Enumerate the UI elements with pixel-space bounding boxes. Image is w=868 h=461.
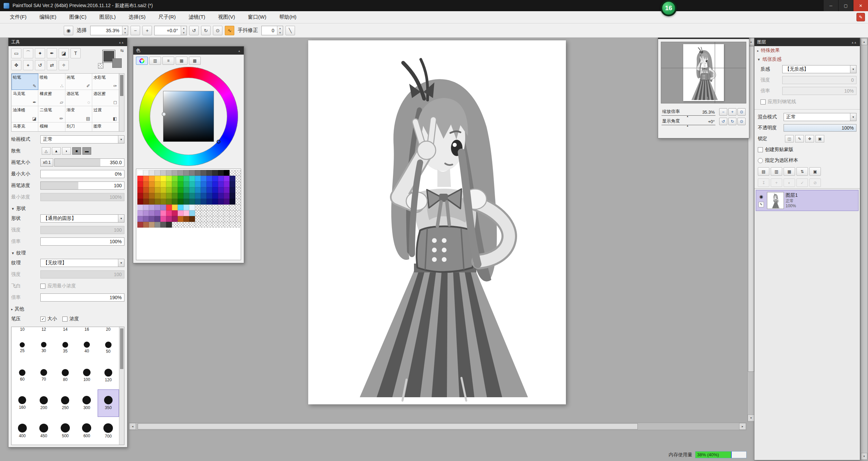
tool-cell[interactable]: 刮刀 ╱ <box>65 122 92 132</box>
line-tool-button[interactable]: ╲ <box>285 26 295 35</box>
color-swatch[interactable] <box>183 187 189 193</box>
tool-cell[interactable]: 过渡 ◧ <box>92 106 119 122</box>
color-swatch[interactable] <box>178 216 183 222</box>
brush-size-cell[interactable]: 40 <box>76 334 97 362</box>
tool-cell[interactable]: 选区笔 ◌ <box>65 90 92 106</box>
color-swatch[interactable] <box>155 170 160 176</box>
color-swatch[interactable] <box>183 181 189 187</box>
color-swatch[interactable] <box>189 181 195 187</box>
layer-mask-button[interactable]: ◐ <box>784 178 795 187</box>
color-swatch[interactable] <box>201 216 206 222</box>
brush-size-cell[interactable]: 25 <box>12 334 33 362</box>
text-tool-icon[interactable]: T <box>71 48 81 58</box>
dropdown-icon[interactable]: ▼ <box>118 136 124 143</box>
dropdown-icon[interactable]: ▼ <box>118 215 124 222</box>
color-swatch[interactable] <box>143 181 149 187</box>
scroll-down-icon[interactable]: ▾ <box>748 415 754 421</box>
opacity-slider[interactable]: 100% <box>784 124 856 132</box>
collapse-icon[interactable]: ▴ <box>122 40 124 44</box>
color-swatch[interactable] <box>235 193 241 199</box>
color-swatch[interactable] <box>235 210 241 216</box>
color-swatch[interactable] <box>224 222 230 228</box>
color-swatch[interactable] <box>206 170 212 176</box>
defocus-shape-button[interactable]: ▬ <box>82 147 91 155</box>
color-swatch[interactable] <box>166 210 172 216</box>
density-field[interactable]: 100 <box>40 181 124 190</box>
color-swatch[interactable] <box>201 181 206 187</box>
color-swatch[interactable] <box>218 176 224 181</box>
color-swatch[interactable] <box>155 199 160 205</box>
spinner-up-icon[interactable]: ▲ <box>277 26 283 31</box>
color-swatch[interactable] <box>143 216 149 222</box>
eye-icon[interactable]: ◉ <box>759 194 763 199</box>
collapse-icon[interactable]: ▴ <box>119 40 122 44</box>
color-swatch[interactable] <box>195 170 201 176</box>
brush-size-cell[interactable]: 80 <box>55 362 76 389</box>
color-swatch[interactable] <box>235 199 241 205</box>
tool-cell[interactable]: 选区擦 ◻ <box>92 90 119 106</box>
color-mixer-mode-button[interactable]: ▩ <box>189 57 201 65</box>
color-swatch[interactable] <box>206 210 212 216</box>
color-swatch[interactable] <box>206 205 212 210</box>
color-swatch[interactable] <box>160 181 166 187</box>
brush-size-cell[interactable]: 600 <box>76 417 97 445</box>
saturation-value-square[interactable] <box>163 91 214 142</box>
color-swatch[interactable] <box>218 170 224 176</box>
color-swatch[interactable] <box>143 170 149 176</box>
color-swatch[interactable] <box>166 170 172 176</box>
paper-texture-section[interactable]: ▼ 纸张质感 <box>754 55 860 64</box>
menu-item[interactable]: 视图(V) <box>212 11 241 23</box>
brush-size-cell[interactable]: 100 <box>76 362 97 389</box>
min-density-field[interactable]: 100% <box>40 193 124 201</box>
brush-size-cell[interactable]: 500 <box>55 417 76 445</box>
color-swatch[interactable] <box>206 222 212 228</box>
layer-row[interactable]: ◉ ✎ 图层1 正常 100% <box>756 190 859 211</box>
reorder-layer-button[interactable]: ⇅ <box>796 167 808 176</box>
texture-ratio-field[interactable]: 190% <box>40 293 124 302</box>
color-swatch[interactable] <box>160 199 166 205</box>
hue-marker[interactable] <box>217 140 220 143</box>
color-swatch[interactable] <box>143 176 149 181</box>
color-swatch[interactable] <box>155 222 160 228</box>
color-swatch[interactable] <box>230 216 235 222</box>
color-swatch[interactable] <box>137 205 143 210</box>
color-swatch[interactable] <box>195 193 201 199</box>
add-mask-button[interactable]: + <box>771 178 782 187</box>
color-swatch[interactable] <box>149 193 155 199</box>
color-swatch[interactable] <box>201 187 206 193</box>
brush-size-cell[interactable]: 50 <box>98 334 119 362</box>
color-swatch[interactable] <box>160 176 166 181</box>
tool-cell[interactable]: 画笔 ✐ <box>65 74 92 90</box>
color-swatch[interactable] <box>178 193 183 199</box>
rect-select-icon[interactable]: ▭ <box>11 48 21 58</box>
color-swatch[interactable] <box>201 193 206 199</box>
apply-min-density-checkbox[interactable] <box>40 284 45 289</box>
menu-item[interactable]: 滤镜(T) <box>182 11 212 23</box>
sv-marker[interactable] <box>162 112 166 116</box>
color-swatch[interactable] <box>195 181 201 187</box>
scroll-right-icon[interactable]: ▸ <box>739 423 746 430</box>
brush-size-cell[interactable]: 16 <box>76 327 97 334</box>
color-swatch[interactable] <box>172 222 178 228</box>
color-swatch[interactable] <box>155 187 160 193</box>
spinner-up-icon[interactable]: ▲ <box>181 26 186 31</box>
lock-all-button[interactable]: ▣ <box>815 135 824 142</box>
color-swatch[interactable] <box>172 181 178 187</box>
tool-cell[interactable]: 马赛克 ▦ <box>12 122 38 132</box>
color-swatch[interactable] <box>201 222 206 228</box>
color-swatch[interactable] <box>218 205 224 210</box>
color-swatch[interactable] <box>160 193 166 199</box>
navigator-angle-reset-button[interactable]: ⊙ <box>737 118 746 125</box>
color-swatch[interactable] <box>183 216 189 222</box>
color-swatch[interactable] <box>235 176 241 181</box>
color-swatch[interactable] <box>224 170 230 176</box>
color-swatch[interactable] <box>189 199 195 205</box>
navigator-zoom-reset-button[interactable]: ⊙ <box>737 108 746 116</box>
menu-item[interactable]: 窗口(W) <box>241 11 273 23</box>
tool-cell[interactable]: 橡皮擦 ▱ <box>38 90 65 106</box>
color-swatch[interactable] <box>212 222 218 228</box>
color-swatch[interactable] <box>195 199 201 205</box>
move-icon[interactable]: ✥ <box>11 60 21 70</box>
color-wheel-mode-button[interactable] <box>136 57 148 65</box>
color-swatch[interactable] <box>137 187 143 193</box>
